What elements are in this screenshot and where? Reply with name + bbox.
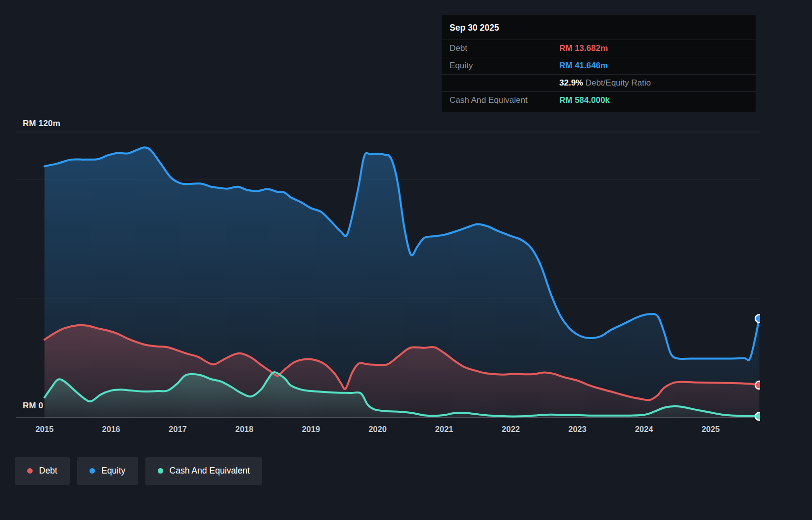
tooltip-debt-value: RM 13.682m (559, 43, 748, 53)
tooltip-debt-row: Debt RM 13.682m (442, 40, 756, 57)
y-axis-label-max: RM 120m (23, 119, 60, 129)
legend-label-cash: Cash And Equivalent (170, 466, 250, 476)
tooltip-cash-value: RM 584.000k (559, 95, 748, 105)
legend-label-equity: Equity (101, 466, 126, 476)
y-axis-label-zero: RM 0 (23, 401, 43, 411)
tooltip-cash-row: Cash And Equivalent RM 584.000k (442, 91, 756, 109)
debt-equity-ratio-label: Debt/Equity Ratio (586, 78, 651, 87)
tooltip-debt-label: Debt (450, 43, 559, 53)
tooltip-ratio-row: 32.9% Debt/Equity Ratio (442, 74, 756, 91)
cash-legend-dot-icon (158, 468, 163, 474)
legend-item-cash[interactable]: Cash And Equivalent (145, 457, 262, 485)
chart-panel: RM 120m RM 0 201520162017201820192020202… (0, 0, 812, 520)
legend-label-debt: Debt (39, 466, 57, 476)
tooltip-cash-label: Cash And Equivalent (450, 95, 559, 105)
debt-legend-dot-icon (27, 468, 33, 474)
legend-item-debt[interactable]: Debt (15, 457, 70, 485)
hover-tooltip: Sep 30 2025 Debt RM 13.682m Equity RM 41… (442, 15, 756, 112)
legend-item-equity[interactable]: Equity (77, 457, 138, 485)
equity-legend-dot-icon (90, 468, 95, 474)
tooltip-ratio-value: 32.9% Debt/Equity Ratio (559, 78, 748, 88)
debt-equity-ratio-percent: 32.9% (559, 78, 583, 87)
tooltip-equity-row: Equity RM 41.646m (442, 57, 756, 74)
legend: Debt Equity Cash And Equivalent (15, 457, 262, 485)
tooltip-equity-label: Equity (450, 61, 559, 71)
tooltip-date: Sep 30 2025 (442, 15, 756, 40)
tooltip-equity-value: RM 41.646m (559, 61, 748, 71)
